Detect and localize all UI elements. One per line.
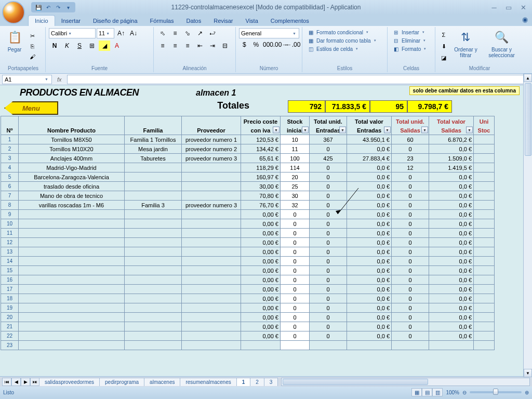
cell-vsal[interactable]: 0,0 € — [429, 247, 474, 257]
horizontal-scrollbar[interactable] — [281, 378, 530, 386]
minimize-button[interactable]: ─ — [488, 3, 500, 11]
office-button[interactable] — [2, 1, 25, 24]
tab-vista[interactable]: Vista — [240, 16, 264, 26]
cell-uent[interactable]: 0 — [310, 191, 347, 201]
prev-tab-icon[interactable]: ◀ — [11, 378, 21, 386]
cell-vsal[interactable]: 0,0 € — [429, 182, 474, 191]
cell-extra[interactable] — [474, 182, 495, 191]
table-row[interactable]: 90,00 €000,0 €00,0 € — [1, 210, 495, 219]
cell-vsal[interactable]: 0,0 € — [429, 275, 474, 285]
table-row[interactable]: 6traslado desde oficina30,00 €2500,0 €00… — [1, 182, 495, 191]
filter-icon[interactable]: ▼ — [421, 127, 428, 134]
cell-vsal[interactable]: 0,0 € — [429, 331, 474, 341]
table-row[interactable]: 170,00 €000,0 €00,0 € — [1, 285, 495, 294]
cell-familia[interactable] — [125, 341, 182, 350]
merge-icon[interactable]: ⊟ — [219, 41, 231, 51]
page-break-icon[interactable]: ▥ — [432, 388, 443, 396]
align-middle-icon[interactable]: ≡ — [169, 28, 181, 38]
row-number[interactable]: 9 — [1, 210, 19, 219]
cell-proveedor[interactable] — [182, 313, 241, 322]
sheet-tab[interactable]: pedirprograma — [99, 378, 144, 386]
first-tab-icon[interactable]: ⏮ — [2, 378, 11, 386]
percent-icon[interactable]: % — [251, 39, 262, 50]
cell-stock[interactable]: 0 — [281, 219, 310, 229]
cell-stock[interactable]: 0 — [281, 285, 310, 294]
cell-extra[interactable] — [474, 201, 495, 210]
fill-icon[interactable]: ⬇ — [438, 42, 449, 51]
cell-vsal[interactable]: 0,0 € — [429, 266, 474, 275]
format-cells-button[interactable]: ◧Formato▾ — [391, 45, 432, 53]
row-number[interactable]: 11 — [1, 229, 19, 238]
delete-cells-button[interactable]: ⊟Eliminar▾ — [391, 36, 432, 45]
cell-precio[interactable]: 120,53 € — [241, 135, 281, 144]
row-number[interactable]: 19 — [1, 303, 19, 313]
col-proveedor[interactable]: Proveedor▼ — [182, 116, 241, 135]
cell-vsal[interactable]: 0,0 € — [429, 144, 474, 154]
table-row[interactable]: 3Anclajes 400mmTaburetesproveedor numero… — [1, 154, 495, 163]
filter-icon[interactable]: ▼ — [466, 127, 473, 134]
bold-button[interactable]: N — [49, 41, 60, 51]
cell-familia[interactable] — [125, 266, 182, 275]
cell-precio[interactable]: 0,00 € — [241, 285, 281, 294]
cell-nombre[interactable] — [19, 294, 125, 303]
cell-uent[interactable]: 0 — [310, 163, 347, 172]
row-number[interactable]: 12 — [1, 238, 19, 247]
cell-vent[interactable]: 0,0 € — [347, 191, 392, 201]
table-row[interactable]: 200,00 €000,0 €00,0 € — [1, 313, 495, 322]
fx-icon[interactable]: fx — [54, 76, 65, 83]
cell-vent[interactable]: 0,0 € — [347, 294, 392, 303]
cell-uent[interactable]: 0 — [310, 201, 347, 210]
cell-proveedor[interactable] — [182, 163, 241, 172]
cell-nombre[interactable] — [19, 219, 125, 229]
cell-proveedor[interactable] — [182, 219, 241, 229]
cell-uent[interactable]: 0 — [310, 331, 347, 341]
cell-usal[interactable] — [392, 341, 429, 350]
cell-familia[interactable]: Mesa jardin — [125, 144, 182, 154]
cell-vsal[interactable]: 0,0 € — [429, 191, 474, 201]
cell-usal[interactable]: 0 — [392, 210, 429, 219]
cell-extra[interactable] — [474, 294, 495, 303]
table-row[interactable]: 8varillas roscadas 1m - M6Familia 3prove… — [1, 201, 495, 210]
cell-nombre[interactable]: traslado desde oficina — [19, 182, 125, 191]
cell-uent[interactable]: 0 — [310, 266, 347, 275]
cell-vent[interactable]: 0,0 € — [347, 266, 392, 275]
tab-diseno[interactable]: Diseño de página — [87, 16, 144, 26]
table-row[interactable]: 160,00 €000,0 €00,0 € — [1, 275, 495, 285]
row-number[interactable]: 14 — [1, 257, 19, 266]
col-vsal-2[interactable]: Salidas▼ — [429, 126, 474, 135]
col-uent-2[interactable]: Entradas▼ — [310, 126, 347, 135]
cell-vsal[interactable]: 0,0 € — [429, 285, 474, 294]
cell-uent[interactable]: 0 — [310, 313, 347, 322]
tab-revisar[interactable]: Revisar — [207, 16, 239, 26]
cell-extra[interactable] — [474, 331, 495, 341]
cell-nombre[interactable]: Tornillos M10X20 — [19, 144, 125, 154]
cell-usal[interactable]: 0 — [392, 303, 429, 313]
cell-usal[interactable]: 0 — [392, 331, 429, 341]
cell-extra[interactable] — [474, 154, 495, 163]
cell-proveedor[interactable] — [182, 303, 241, 313]
zoom-in-icon[interactable]: ⊕ — [525, 390, 529, 395]
save-icon[interactable]: 💾 — [34, 3, 43, 11]
cell-proveedor[interactable] — [182, 182, 241, 191]
orientation-icon[interactable]: ↗ — [194, 28, 206, 38]
table-row[interactable]: 5Barcelona-Zaragoza-Valencia160,97 €2000… — [1, 172, 495, 182]
table-row[interactable]: 180,00 €000,0 €00,0 € — [1, 294, 495, 303]
cell-vsal[interactable]: 0,0 € — [429, 257, 474, 266]
cell-familia[interactable] — [125, 229, 182, 238]
find-select-button[interactable]: 🔍 Buscar y seleccionar — [483, 28, 521, 64]
cell-proveedor[interactable] — [182, 247, 241, 257]
cell-vent[interactable]: 0,0 € — [347, 182, 392, 191]
cell-vsal[interactable]: 0,0 € — [429, 201, 474, 210]
cell-usal[interactable]: 0 — [392, 294, 429, 303]
row-number[interactable]: 10 — [1, 219, 19, 229]
table-row[interactable]: 1Tornillos M8X50Familia 1 Tornillosprove… — [1, 135, 495, 144]
filter-icon[interactable]: ▼ — [384, 127, 391, 134]
table-row[interactable]: 100,00 €000,0 €00,0 € — [1, 219, 495, 229]
cell-precio[interactable] — [241, 341, 281, 350]
cell-stock[interactable]: 0 — [281, 331, 310, 341]
cell-proveedor[interactable] — [182, 331, 241, 341]
cell-extra[interactable] — [474, 322, 495, 331]
cell-uent[interactable]: 0 — [310, 172, 347, 182]
cell-usal[interactable]: 0 — [392, 238, 429, 247]
cell-stock[interactable]: 25 — [281, 182, 310, 191]
